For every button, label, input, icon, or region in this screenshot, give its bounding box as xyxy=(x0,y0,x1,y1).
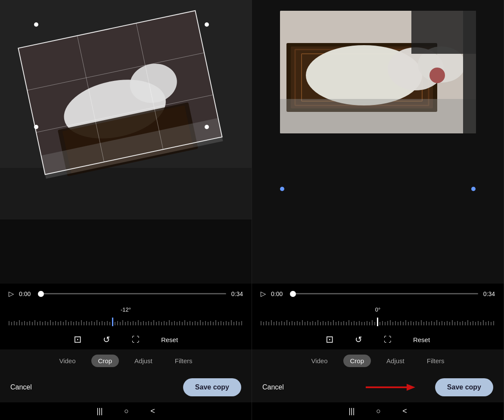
svg-rect-193 xyxy=(439,322,440,325)
svg-rect-160 xyxy=(354,321,355,325)
right-progress-thumb[interactable] xyxy=(290,291,296,297)
svg-rect-130 xyxy=(276,321,277,325)
svg-rect-157 xyxy=(346,322,347,325)
svg-rect-154 xyxy=(338,321,339,325)
svg-rect-101 xyxy=(223,322,224,325)
svg-rect-140 xyxy=(302,320,303,325)
svg-rect-75 xyxy=(156,322,157,325)
svg-rect-59 xyxy=(115,322,115,325)
svg-rect-214 xyxy=(493,321,494,325)
right-tab-filters[interactable]: Filters xyxy=(420,355,451,367)
svg-rect-31 xyxy=(42,322,43,325)
svg-rect-32 xyxy=(45,321,46,325)
svg-rect-22 xyxy=(19,320,20,325)
svg-rect-100 xyxy=(221,321,221,325)
right-panel: ▷ 0:00 0:34 0° xyxy=(252,0,504,420)
svg-rect-47 xyxy=(84,322,84,325)
right-nav-home-icon[interactable]: ○ xyxy=(376,407,381,416)
svg-rect-37 xyxy=(58,322,59,325)
left-cancel-button[interactable]: Cancel xyxy=(10,383,32,391)
left-tab-adjust[interactable]: Adjust xyxy=(128,355,159,367)
right-expand-icon[interactable]: ⛶ xyxy=(384,335,392,344)
right-nav-back-icon[interactable]: < xyxy=(402,407,407,416)
left-expand-icon[interactable]: ⛶ xyxy=(132,335,140,344)
svg-rect-91 xyxy=(197,322,198,325)
right-tab-adjust[interactable]: Adjust xyxy=(380,355,411,367)
svg-rect-167 xyxy=(369,322,370,325)
svg-rect-80 xyxy=(169,320,170,325)
svg-rect-209 xyxy=(480,322,481,325)
svg-rect-88 xyxy=(190,321,190,325)
svg-rect-132 xyxy=(281,321,282,325)
right-reset-button[interactable]: Reset xyxy=(413,336,430,343)
right-playback-bar: ▷ 0:00 0:34 xyxy=(252,284,504,304)
right-ruler[interactable] xyxy=(252,314,504,330)
svg-rect-187 xyxy=(423,322,424,325)
left-save-button[interactable]: Save copy xyxy=(183,378,241,396)
svg-rect-213 xyxy=(491,322,492,325)
left-play-button[interactable]: ▷ xyxy=(9,290,14,298)
right-rotate-icon[interactable]: ↺ xyxy=(355,334,362,345)
svg-rect-74 xyxy=(153,320,154,325)
svg-rect-205 xyxy=(470,322,471,325)
left-tab-video[interactable]: Video xyxy=(52,355,82,367)
left-crop-frame-icon[interactable]: ⊡ xyxy=(74,334,81,345)
left-ruler[interactable] xyxy=(0,314,252,330)
svg-rect-42 xyxy=(71,321,72,325)
svg-rect-168 xyxy=(372,320,373,325)
right-tab-video[interactable]: Video xyxy=(304,355,334,367)
right-progress-track[interactable] xyxy=(290,293,478,294)
right-crop-handle-left[interactable] xyxy=(280,187,284,191)
svg-rect-33 xyxy=(47,322,48,325)
svg-rect-178 xyxy=(400,321,401,325)
left-nav-home-icon[interactable]: ○ xyxy=(124,407,129,416)
svg-rect-44 xyxy=(76,321,77,325)
svg-rect-158 xyxy=(348,320,349,325)
left-tab-filters[interactable]: Filters xyxy=(168,355,199,367)
left-tab-crop[interactable]: Crop xyxy=(91,355,119,367)
svg-rect-185 xyxy=(418,322,419,325)
svg-rect-107 xyxy=(239,322,240,325)
svg-rect-90 xyxy=(195,321,196,325)
right-save-button[interactable]: Save copy xyxy=(435,378,493,396)
svg-rect-57 xyxy=(109,322,110,325)
svg-rect-159 xyxy=(351,322,352,325)
svg-rect-71 xyxy=(146,322,146,325)
svg-rect-63 xyxy=(125,322,126,325)
svg-rect-176 xyxy=(395,321,396,325)
svg-rect-92 xyxy=(200,320,201,325)
svg-rect-94 xyxy=(205,321,206,325)
right-play-button[interactable]: ▷ xyxy=(261,290,266,298)
right-crop-frame-icon[interactable]: ⊡ xyxy=(326,334,333,345)
svg-rect-189 xyxy=(429,322,429,325)
right-nav-menu-icon[interactable]: ||| xyxy=(348,407,355,416)
right-end-time: 0:34 xyxy=(483,290,495,297)
svg-rect-182 xyxy=(411,321,411,325)
left-tab-bar: Video Crop Adjust Filters xyxy=(0,349,252,372)
svg-rect-202 xyxy=(462,321,463,325)
right-tab-crop[interactable]: Crop xyxy=(343,355,371,367)
svg-rect-24 xyxy=(24,321,25,325)
left-rotate-icon[interactable]: ↺ xyxy=(103,334,110,345)
left-reset-button[interactable]: Reset xyxy=(161,336,178,343)
svg-rect-145 xyxy=(315,322,316,325)
left-progress-thumb[interactable] xyxy=(38,291,44,297)
svg-rect-186 xyxy=(421,320,422,325)
svg-rect-150 xyxy=(328,321,329,325)
svg-rect-147 xyxy=(320,322,321,325)
svg-rect-28 xyxy=(34,320,35,325)
svg-rect-105 xyxy=(233,322,234,325)
svg-rect-188 xyxy=(426,321,427,325)
left-nav-back-icon[interactable]: < xyxy=(150,407,155,416)
right-cancel-button[interactable]: Cancel xyxy=(262,383,284,391)
left-nav-menu-icon[interactable]: ||| xyxy=(96,407,103,416)
svg-rect-25 xyxy=(27,322,28,325)
background-scene-left xyxy=(0,0,252,219)
svg-rect-30 xyxy=(40,321,40,325)
svg-rect-51 xyxy=(94,322,95,325)
svg-rect-86 xyxy=(184,320,185,325)
right-crop-handle-right[interactable] xyxy=(471,187,476,191)
svg-rect-171 xyxy=(382,321,383,325)
svg-rect-128 xyxy=(271,320,272,325)
left-progress-track[interactable] xyxy=(38,293,226,294)
